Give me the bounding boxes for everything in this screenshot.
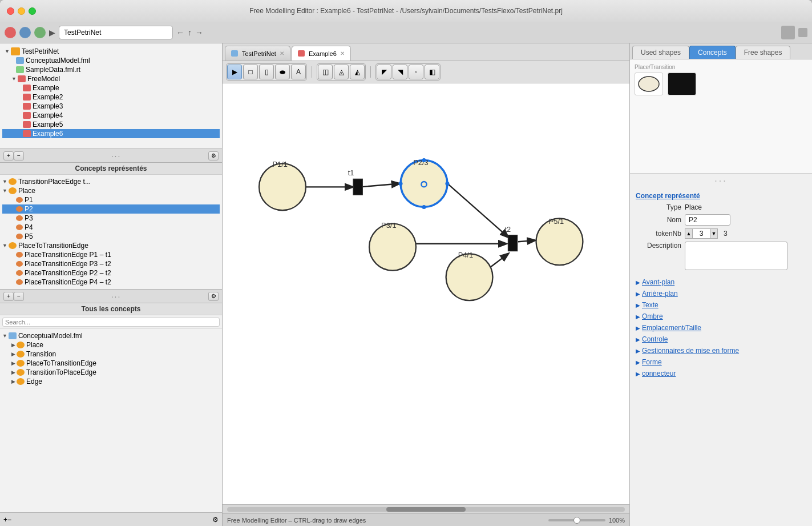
concept-p2[interactable]: P2 [2,204,220,214]
tree-item-sampledata[interactable]: SampleData.fml.rt [2,65,220,74]
concept-pte-p3-t2[interactable]: PlaceTransitionEdge P3 – t2 [2,259,220,268]
file-tree: ▼ TestPetriNet ConceptualModel.fml Sampl… [0,43,222,149]
zoom-control: 100% [548,517,625,524]
tab-concepts[interactable]: Concepts [689,46,736,59]
svg-rect-27 [679,78,686,91]
canvas-area[interactable]: P1/1 t1 P2/3 P3/1 [223,83,629,504]
select-tool[interactable]: ▶ [227,65,242,79]
concept-place-transition-edge[interactable]: ▼ PlaceToTransitionEdge [2,241,220,250]
tab-close-example6[interactable]: ✕ [340,50,345,57]
tree-item-example3[interactable]: Example3 [2,102,220,111]
nav-right[interactable]: → [195,28,203,37]
all-transition[interactable]: ▶ Transition [2,350,220,359]
format-2-tool[interactable]: ◥ [393,65,407,79]
maximize-button[interactable] [29,7,36,15]
link-arriere-plan[interactable]: ▶ Arrière-plan [630,288,812,299]
remove-all-btn[interactable]: − [14,292,24,301]
remove-concept-btn[interactable]: − [14,151,24,160]
concept-p5[interactable]: P5 [2,232,220,241]
link-ombre[interactable]: ▶ Ombre [630,311,812,322]
settings-all-btn[interactable]: ⚙ [208,292,219,301]
all-place[interactable]: ▶ Place [2,340,220,350]
view-icon[interactable] [798,28,807,37]
settings-bottom-btn[interactable]: ⚙ [212,516,219,524]
concept-p3[interactable]: P3 [2,214,220,223]
tab-example6[interactable]: Example6 ✕ [292,46,351,61]
tab-used-shapes[interactable]: Used shapes [632,46,689,59]
concept-p4[interactable]: P4 [2,223,220,232]
link-connecteur[interactable]: ▶ connecteur [630,368,812,379]
link-texte[interactable]: ▶ Texte [630,299,812,311]
ellipse-tool[interactable]: ⬬ [275,65,290,79]
add-concept-btn[interactable]: + [3,151,14,160]
prop-description-label: Description [636,242,681,250]
shape-place[interactable] [635,73,663,95]
search-concepts-input[interactable] [2,318,220,327]
toolbar-separator-2 [370,66,371,78]
format-4-tool[interactable]: ◧ [425,65,439,79]
link-avant-plan[interactable]: ▶ Avant-plan [630,276,812,288]
tree-item-conceptual[interactable]: ConceptualModel.fml [2,56,220,65]
panel-dots-1: ··· [24,151,208,160]
settings-concept-btn[interactable]: ⚙ [208,151,219,160]
minimize-button[interactable] [18,7,25,15]
add-bottom-btn[interactable]: + [3,516,7,524]
shape-transition[interactable] [668,73,696,95]
tree-item-example5[interactable]: Example5 [2,120,220,129]
concept-pte-p2-t2[interactable]: PlaceTransitionEdge P2 – t2 [2,268,220,278]
close-button[interactable] [7,7,14,15]
scrollbar-thumb[interactable] [386,507,466,512]
tab-free-shapes[interactable]: Free shapes [736,46,791,59]
link-controle[interactable]: ▶ Controle [630,334,812,345]
project-name[interactable]: TestPetriNet [59,26,173,39]
concept-place-group[interactable]: ▼ Place [2,186,220,195]
settings-icon[interactable] [781,26,795,39]
tree-label-example4: Example4 [33,111,63,119]
tree-item-example1[interactable]: Example [2,83,220,93]
stepper-down[interactable]: ▼ [710,228,718,239]
concept-pte-p1-t1[interactable]: PlaceTransitionEdge P1 – t1 [2,250,220,259]
tree-item-example6[interactable]: Example6 [2,129,220,138]
concept-title[interactable]: Concept représenté [636,192,806,200]
horizontal-scrollbar[interactable] [227,507,625,512]
format-3-tool[interactable]: ◦ [409,65,423,79]
nav-up[interactable]: ↑ [188,28,192,37]
add-all-btn[interactable]: + [3,292,14,301]
tree-item-example2[interactable]: Example2 [2,93,220,102]
prop-nom-value[interactable]: P2 [685,214,730,226]
concept-p1[interactable]: P1 [2,195,220,204]
align-center-tool[interactable]: ◬ [334,65,349,79]
concept-pte-p4-t2[interactable]: PlaceTransitionEdge P4 – t2 [2,278,220,287]
remove-bottom-btn[interactable]: − [7,516,11,524]
text-tool[interactable]: A [291,65,306,79]
prop-description-textarea[interactable] [685,242,787,270]
tree-item-root[interactable]: ▼ TestPetriNet [2,47,220,56]
stepper-up[interactable]: ▲ [685,228,693,239]
nav-back[interactable]: ▶ [49,28,55,37]
zoom-thumb [573,517,580,524]
tab-close-testpetrinet[interactable]: ✕ [280,50,284,57]
align-right-tool[interactable]: ◭ [350,65,365,79]
concept-edge-transition[interactable]: ▼ TransitionPlaceEdge t... [2,177,220,186]
tree-item-freemodel[interactable]: ▼ FreeModel [2,74,220,83]
tree-label-example5: Example5 [33,121,63,129]
all-transition-place[interactable]: ▶ TransitionToPlaceEdge [2,368,220,377]
align-left-tool[interactable]: ◫ [318,65,333,79]
canvas-scrollbar-bottom[interactable] [223,504,629,513]
link-emplacement-taille[interactable]: ▶ Emplacement/Taille [630,322,812,334]
rounded-rect-tool[interactable]: ▯ [259,65,274,79]
all-edge[interactable]: ▶ Edge [2,377,220,386]
zoom-slider[interactable] [548,519,605,521]
all-conceptual-model[interactable]: ▼ ConceptualModel.fml [2,331,220,340]
tab-testpetrinet[interactable]: TestPetriNet ✕ [225,46,290,61]
svg-text:P3/1: P3/1 [381,221,396,230]
app-icon [5,27,16,38]
format-1-tool[interactable]: ◤ [377,65,391,79]
layout-tool-group: ◫ ◬ ◭ [317,63,366,81]
link-forme[interactable]: ▶ Forme [630,356,812,368]
link-gestionnaires[interactable]: ▶ Gestionnaires de mise en forme [630,345,812,356]
all-place-transition[interactable]: ▶ PlaceToTransitionEdge [2,359,220,368]
rect-tool[interactable]: □ [243,65,258,79]
nav-left[interactable]: ← [176,28,184,37]
tree-item-example4[interactable]: Example4 [2,111,220,120]
